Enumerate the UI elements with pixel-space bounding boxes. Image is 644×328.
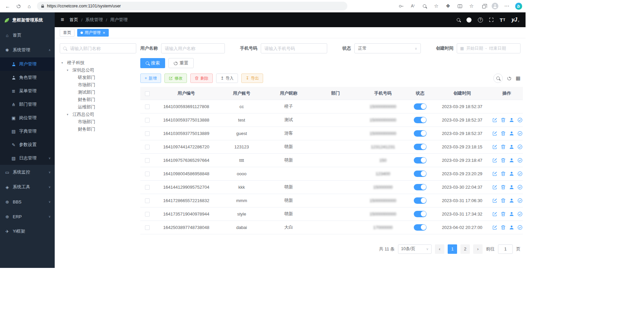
reset-password-icon[interactable]	[509, 185, 514, 190]
next-page-button[interactable]: ›	[473, 244, 483, 254]
import-button[interactable]: ↥导入	[216, 74, 238, 83]
table-row[interactable]: 1641441299095752704 kkk 萌新 15000000 2023…	[140, 180, 523, 194]
table-row[interactable]: 1641030593691127808 cc 橙子 15000000000 20…	[140, 100, 523, 113]
reset-button[interactable]: 重置	[168, 58, 194, 68]
tab-user-management[interactable]: 用户管理 ×	[77, 29, 109, 37]
reset-password-icon[interactable]	[509, 144, 514, 149]
delete-icon[interactable]	[501, 131, 506, 136]
fullscreen-icon[interactable]	[489, 18, 493, 22]
sidebar-item-roles[interactable]: 角色管理	[0, 71, 55, 84]
assign-role-icon[interactable]	[517, 118, 523, 123]
select-all-checkbox[interactable]	[145, 91, 150, 96]
sidebar-item-users[interactable]: 用户管理	[0, 57, 55, 71]
add-button[interactable]: +新增	[140, 74, 161, 83]
collections-icon[interactable]	[479, 1, 488, 11]
reset-password-icon[interactable]	[509, 171, 514, 176]
menu-fold-icon[interactable]: ≡	[61, 16, 64, 23]
bing-icon[interactable]: b	[514, 1, 523, 11]
table-row[interactable]: 1641098004586958848 oooo 123400 2023-03-…	[140, 167, 523, 180]
edit-icon[interactable]	[492, 158, 497, 163]
delete-icon[interactable]	[501, 212, 506, 217]
edit-icon[interactable]	[492, 225, 497, 230]
caret-down-icon[interactable]: ▾	[61, 61, 67, 64]
sidebar-item-system[interactable]: ✱ 系统管理 ∧	[0, 43, 55, 57]
tree-node[interactable]: 市场部门	[60, 81, 136, 89]
date-range-picker[interactable]: ▦ 开始日期 - 结束日期	[457, 43, 521, 53]
reset-password-icon[interactable]	[509, 198, 514, 203]
edit-icon[interactable]	[492, 185, 497, 190]
table-row[interactable]: 1641097576365297664 tttt 萌新 150 2023-03-…	[140, 153, 523, 167]
sidebar-item-home[interactable]: ⌂ 首页	[0, 28, 55, 43]
assign-role-icon[interactable]	[517, 225, 523, 230]
row-checkbox[interactable]	[145, 185, 150, 190]
row-checkbox[interactable]	[145, 118, 150, 123]
row-checkbox[interactable]	[145, 158, 150, 163]
table-row[interactable]: 1641030593775013888 test 测试 15000000000 …	[140, 113, 523, 127]
status-toggle[interactable]	[414, 103, 427, 110]
row-checkbox[interactable]	[145, 104, 150, 109]
edit-icon[interactable]	[492, 131, 497, 136]
delete-icon[interactable]	[501, 171, 506, 176]
username-input[interactable]	[161, 43, 225, 53]
address-bar[interactable]: https://ccnetcore.com:1101/system/user	[37, 2, 347, 10]
reset-password-icon[interactable]	[509, 212, 514, 217]
delete-icon[interactable]	[501, 198, 506, 203]
sidebar-item-logs[interactable]: ▧ 日志管理 ∨	[0, 151, 55, 165]
sidebar-item-erp[interactable]: ⊕ ERP ∨	[0, 209, 55, 224]
row-checkbox[interactable]	[145, 212, 150, 217]
github-icon[interactable]	[466, 17, 472, 22]
delete-icon[interactable]	[501, 144, 506, 149]
reset-password-icon[interactable]	[509, 225, 514, 230]
assign-role-icon[interactable]	[517, 212, 523, 217]
favorites-bar-icon[interactable]: ☆	[467, 1, 476, 11]
status-toggle[interactable]	[414, 171, 427, 177]
status-toggle[interactable]	[414, 197, 427, 204]
edit-icon[interactable]	[492, 198, 497, 203]
department-search-input[interactable]	[60, 43, 136, 53]
sidebar-item-dictionary[interactable]: ▤ 字典管理	[0, 125, 55, 138]
tree-node[interactable]: 财务部门	[60, 126, 136, 133]
edit-button[interactable]: 修改	[164, 74, 187, 83]
sidebar-item-posts[interactable]: ▣ 岗位管理	[0, 111, 55, 125]
prev-page-button[interactable]: ‹	[435, 244, 444, 254]
sidebar-item-bbs[interactable]: ⊕ BBS ∨	[0, 194, 55, 209]
reset-password-icon[interactable]	[509, 158, 514, 163]
read-aloud-icon[interactable]: A⁾	[408, 1, 417, 11]
add-favorite-icon[interactable]: ☆	[432, 1, 441, 11]
reset-password-icon[interactable]	[509, 131, 514, 136]
toggle-search-icon[interactable]	[493, 74, 503, 83]
reset-password-icon[interactable]	[509, 118, 514, 123]
home-icon[interactable]: ⌂	[24, 1, 34, 11]
tree-node[interactable]: 测试部门	[60, 89, 136, 96]
sidebar-item-tools[interactable]: ◈ 系统工具 ∨	[0, 180, 55, 194]
status-toggle[interactable]	[414, 184, 427, 190]
font-size-icon[interactable]: TT	[500, 17, 505, 23]
assign-role-icon[interactable]	[517, 171, 523, 176]
row-checkbox[interactable]	[145, 198, 150, 203]
search-icon[interactable]	[457, 18, 460, 21]
assign-role-icon[interactable]	[517, 185, 523, 190]
sidebar-item-monitor[interactable]: ▭ 系统监控 ∨	[0, 165, 55, 180]
assign-role-icon[interactable]	[517, 198, 523, 203]
edit-icon[interactable]	[492, 144, 497, 149]
delete-icon[interactable]	[501, 225, 506, 230]
tab-home[interactable]: 首页	[60, 29, 75, 37]
edit-icon[interactable]	[492, 212, 497, 217]
status-toggle[interactable]	[414, 211, 427, 217]
tree-node[interactable]: ▾橙子科技	[60, 59, 136, 66]
delete-icon[interactable]	[501, 118, 506, 123]
row-checkbox[interactable]	[145, 131, 150, 136]
tree-node[interactable]: 研发部门	[60, 74, 136, 81]
refresh-table-icon[interactable]	[507, 77, 511, 80]
help-icon[interactable]: ?	[478, 17, 483, 22]
status-toggle[interactable]	[414, 130, 427, 137]
breadcrumb-home[interactable]: 首页	[69, 17, 78, 23]
reload-icon[interactable]	[13, 1, 23, 11]
assign-role-icon[interactable]	[517, 144, 523, 149]
phone-input[interactable]	[261, 43, 327, 53]
columns-setting-icon[interactable]: ▦	[516, 75, 521, 81]
status-toggle[interactable]	[414, 224, 427, 231]
export-button[interactable]: ↧导出	[241, 74, 263, 83]
zoom-icon[interactable]	[420, 1, 429, 11]
row-checkbox[interactable]	[145, 145, 150, 149]
